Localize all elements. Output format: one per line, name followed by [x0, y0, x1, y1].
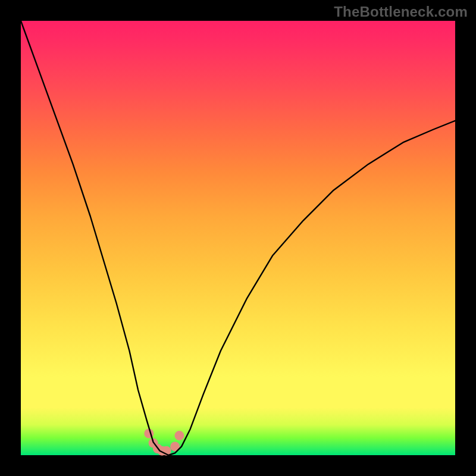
watermark-text: TheBottleneck.com: [334, 4, 468, 20]
chart-canvas: TheBottleneck.com: [0, 0, 476, 476]
plot-area: [21, 21, 455, 455]
